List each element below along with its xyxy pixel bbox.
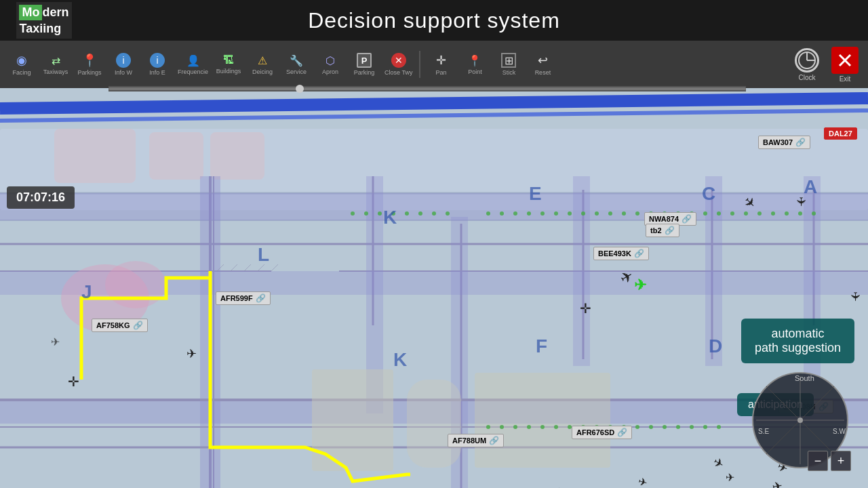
svg-point-68 xyxy=(771,211,775,216)
svg-text:✈: ✈ xyxy=(794,197,808,207)
svg-point-74 xyxy=(513,425,517,429)
time-display: 07:07:16 xyxy=(7,186,75,209)
svg-text:S.W: S.W xyxy=(833,428,846,435)
tool-info-w[interactable]: i Info W xyxy=(107,44,140,85)
tool-buildings[interactable]: 🏗 Buildings xyxy=(212,44,245,85)
label-AFR599F[interactable]: AFR599F 🔗 xyxy=(216,291,271,305)
svg-rect-30 xyxy=(573,176,590,366)
zone-f: F xyxy=(536,336,547,357)
tool-reset[interactable]: ↩ Reset xyxy=(526,44,559,85)
svg-point-69 xyxy=(785,211,789,216)
label-tb2[interactable]: tb2 🔗 xyxy=(646,224,679,237)
svg-text:✛: ✛ xyxy=(580,301,591,316)
svg-point-43 xyxy=(405,211,409,216)
svg-point-50 xyxy=(527,211,531,216)
svg-point-89 xyxy=(717,425,721,429)
svg-rect-38 xyxy=(475,373,610,468)
svg-point-52 xyxy=(554,211,558,216)
zone-k-lower: K xyxy=(393,349,407,371)
tool-apron[interactable]: ⬡ Apron xyxy=(314,44,347,85)
svg-rect-10 xyxy=(149,132,203,180)
label-AF758KG[interactable]: AF758KG 🔗 xyxy=(92,319,148,332)
clock-button[interactable]: Clock xyxy=(789,44,825,85)
svg-rect-36 xyxy=(312,369,393,471)
zone-l: L xyxy=(258,244,269,266)
tool-stick[interactable]: ⊞ Stick xyxy=(492,44,525,85)
svg-point-39 xyxy=(351,211,355,216)
right-toolbar: Clock Exit xyxy=(784,41,868,88)
svg-point-55 xyxy=(595,211,599,216)
zone-e: E xyxy=(529,183,542,205)
svg-point-70 xyxy=(798,211,802,216)
tool-service[interactable]: 🔧 Service xyxy=(280,44,313,85)
svg-text:✈: ✈ xyxy=(848,291,862,302)
tool-point[interactable]: 📍 Point xyxy=(458,44,491,85)
svg-point-44 xyxy=(418,211,422,216)
map-area[interactable]: ✈ ✈ ✈ ✈ ✈ ✛ ✈ ✛ ✈ ✈ ✈ ✈ ✈ ✈ ✈ ✈ ✈ 07 xyxy=(0,88,868,488)
svg-point-67 xyxy=(757,211,762,216)
tool-info-e[interactable]: i Info E xyxy=(141,44,174,85)
svg-point-76 xyxy=(540,425,545,429)
zoom-out-button[interactable]: − xyxy=(808,451,828,471)
toolbar: ◉ Facing ⇄ Taxiways 📍 Parkings i Info W … xyxy=(0,41,868,88)
svg-point-65 xyxy=(730,211,734,216)
svg-rect-37 xyxy=(407,380,461,468)
compass: South S.E S.W − + xyxy=(746,366,854,474)
tool-pan[interactable]: ✛ Pan xyxy=(425,44,457,85)
tool-deicing[interactable]: ⚠ Deicing xyxy=(246,44,279,85)
svg-point-77 xyxy=(554,425,558,429)
svg-text:✈: ✈ xyxy=(726,472,734,483)
separator-1 xyxy=(419,51,420,78)
label-BEE493K[interactable]: BEE493K 🔗 xyxy=(593,247,649,260)
slider-track xyxy=(108,87,746,90)
svg-point-40 xyxy=(364,211,368,216)
label-AFR676SD[interactable]: AFR676SD 🔗 xyxy=(572,426,632,439)
tool-taxiways[interactable]: ⇄ Taxiways xyxy=(39,44,72,85)
tool-close-twy[interactable]: ✕ Close Twy xyxy=(382,44,415,85)
svg-point-73 xyxy=(500,425,504,429)
svg-point-91 xyxy=(105,261,166,308)
svg-point-72 xyxy=(486,425,490,429)
svg-text:✈: ✈ xyxy=(186,347,197,361)
zone-k-upper: K xyxy=(383,207,397,228)
svg-rect-11 xyxy=(210,132,264,180)
svg-point-88 xyxy=(703,425,707,429)
svg-point-46 xyxy=(446,211,450,216)
tool-facing[interactable]: ◉ Facing xyxy=(5,44,38,85)
svg-point-48 xyxy=(500,211,504,216)
svg-point-64 xyxy=(717,211,721,216)
zone-j: J xyxy=(81,281,92,303)
tool-parking[interactable]: P Parking xyxy=(348,44,380,85)
svg-point-57 xyxy=(622,211,626,216)
header: Mo dern Taxiing Decision support system xyxy=(0,0,868,41)
svg-text:S.E: S.E xyxy=(758,428,769,435)
label-DAL27[interactable]: DAL27 xyxy=(824,127,857,140)
app-title: Decision support system xyxy=(308,8,560,33)
timeline-slider[interactable] xyxy=(108,86,746,92)
svg-rect-24 xyxy=(0,193,868,220)
auto-path-panel: automatic path suggestion xyxy=(741,319,854,363)
exit-button[interactable]: Exit xyxy=(827,44,863,85)
tool-frequencies[interactable]: 👤 Frequencie xyxy=(175,44,211,85)
svg-point-56 xyxy=(608,211,612,216)
zone-d: D xyxy=(709,336,722,357)
zone-c: C xyxy=(702,183,715,205)
svg-point-63 xyxy=(703,211,707,216)
slider-thumb[interactable] xyxy=(296,85,304,93)
svg-text:✈: ✈ xyxy=(634,277,647,293)
svg-point-75 xyxy=(527,425,531,429)
svg-point-51 xyxy=(540,211,545,216)
svg-point-84 xyxy=(649,425,653,429)
zone-a: A xyxy=(804,176,817,198)
tool-parkings[interactable]: 📍 Parkings xyxy=(73,44,106,85)
svg-point-66 xyxy=(744,211,748,216)
label-BAW307[interactable]: BAW307 🔗 xyxy=(758,136,810,149)
svg-point-71 xyxy=(812,211,816,216)
svg-point-85 xyxy=(663,425,667,429)
zoom-in-button[interactable]: + xyxy=(831,451,851,471)
svg-point-87 xyxy=(690,425,694,429)
logo: Mo dern Taxiing xyxy=(7,3,81,37)
svg-point-86 xyxy=(676,425,680,429)
svg-point-47 xyxy=(486,211,490,216)
label-AF788UM[interactable]: AF788UM 🔗 xyxy=(448,434,504,447)
